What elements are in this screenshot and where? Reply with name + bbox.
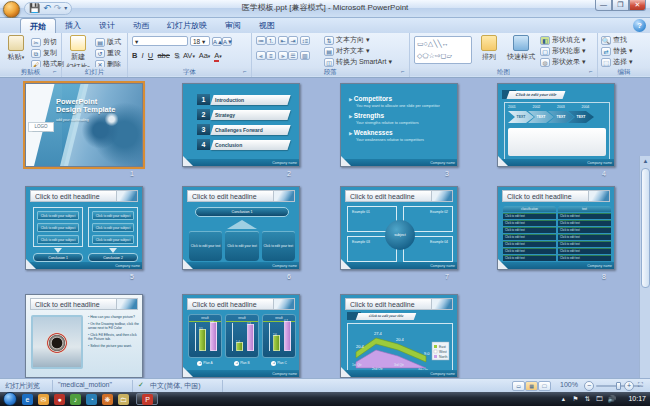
bullets-icon[interactable]: ≔ xyxy=(256,36,266,45)
font-name-combobox[interactable]: ▾ xyxy=(132,36,188,46)
normal-view-icon[interactable]: ▭ xyxy=(512,381,525,391)
active-window-taskbar-button[interactable]: P xyxy=(136,393,158,405)
maximize-button[interactable]: ❐ xyxy=(612,0,629,11)
tab-slideshow[interactable]: 幻灯片放映 xyxy=(158,18,216,33)
slide-4[interactable]: Click to edit your title 20012002 200320… xyxy=(497,83,615,167)
clipboard-dialog-launcher-icon[interactable]: ⌐ xyxy=(53,68,60,75)
columns-icon[interactable]: ▥ xyxy=(300,51,310,60)
paste-button[interactable]: 粘贴▾ xyxy=(1,35,31,62)
grow-font-icon[interactable]: A▲ xyxy=(212,37,222,46)
layout-button[interactable]: ▤ 版式 xyxy=(95,37,121,47)
zoom-slider[interactable] xyxy=(596,385,642,387)
tray-update-icon[interactable]: 🗔 xyxy=(595,394,604,404)
new-slide-icon xyxy=(70,35,86,51)
cut-icon: ✂ xyxy=(31,38,41,47)
numbering-icon[interactable]: ⒈ xyxy=(266,36,276,45)
strikethrough-button[interactable]: abe xyxy=(157,51,170,60)
shadow-button[interactable]: S xyxy=(174,51,179,60)
slide-11[interactable]: Click to edit headline Click to edit you… xyxy=(340,294,458,378)
slide-3[interactable]: Competitors You may want to allocate one… xyxy=(340,83,458,167)
slide-9[interactable]: Click to edit headline How can you chang… xyxy=(25,294,143,378)
tab-review[interactable]: 审阅 xyxy=(216,18,250,33)
bold-button[interactable]: B xyxy=(132,51,137,60)
shape-effects-button[interactable]: ◍ 形状效果 ▾ xyxy=(540,57,585,67)
decrease-indent-icon[interactable]: ⇤ xyxy=(278,36,288,45)
folder-icon[interactable]: 🗀 xyxy=(118,394,129,405)
svg-text:West: West xyxy=(439,350,447,354)
shapes-gallery[interactable]: ▭○△╲╲↔◇⬠☆⇨◻▱ xyxy=(414,36,472,64)
zoom-in-icon[interactable]: + xyxy=(624,381,634,391)
browser-icon[interactable]: ● xyxy=(54,394,65,405)
justify-icon[interactable]: ☰ xyxy=(288,51,298,60)
tab-view[interactable]: 视图 xyxy=(250,18,284,33)
internet-explorer-icon[interactable]: e xyxy=(22,394,33,405)
copy-button[interactable]: ⧉ 复制 xyxy=(31,48,57,58)
slide-10[interactable]: Click to edit headline result 3.5 4.6 re… xyxy=(182,294,300,378)
tray-volume-icon[interactable]: 🔊 xyxy=(607,394,616,404)
svg-text:20.4: 20.4 xyxy=(396,337,405,342)
align-left-icon[interactable]: ⫷ xyxy=(256,51,266,60)
quick-styles-button[interactable]: 快速样式 xyxy=(504,35,538,62)
slide-1[interactable]: PowerPoint Design Template add your subh… xyxy=(25,83,143,167)
shrink-font-icon[interactable]: A▼ xyxy=(222,37,232,46)
headline-thumbnail xyxy=(431,190,453,202)
align-text-button[interactable]: ▤ 对齐文本 ▾ xyxy=(324,46,369,56)
find-button[interactable]: 🔍 查找 xyxy=(601,35,627,45)
font-dialog-launcher-icon[interactable]: ⌐ xyxy=(243,68,250,75)
select-button[interactable]: ⬚ 选择 ▾ xyxy=(601,57,632,67)
scrollbar-thumb[interactable] xyxy=(641,168,650,288)
view-mode-label: 幻灯片浏览 xyxy=(5,381,40,391)
smartart-button[interactable]: ◫ 转换为 SmartArt ▾ xyxy=(324,57,392,67)
slideshow-view-icon[interactable]: 🖵 xyxy=(538,381,551,391)
tab-home[interactable]: 开始 xyxy=(20,18,56,33)
zoom-percentage[interactable]: 100% xyxy=(560,381,578,388)
cut-button[interactable]: ✂ 剪切 xyxy=(31,37,57,47)
slide-sorter-view-icon[interactable]: ▦ xyxy=(525,381,538,391)
slide-7[interactable]: Click to edit headline Example 01 Exampl… xyxy=(340,186,458,270)
align-center-icon[interactable]: ≡ xyxy=(266,51,276,60)
zoom-slider-thumb[interactable] xyxy=(616,382,621,390)
arrange-button[interactable]: 排列 xyxy=(476,35,502,62)
italic-button[interactable]: I xyxy=(142,51,144,60)
underline-button[interactable]: U xyxy=(148,51,153,60)
slide-6[interactable]: Click to edit headline Conclusion 1 Clic… xyxy=(182,186,300,270)
chat-icon[interactable]: ❋ xyxy=(102,394,113,405)
tray-flag-icon[interactable]: ⚑ xyxy=(571,394,580,404)
align-right-icon[interactable]: ⫸ xyxy=(278,51,288,60)
start-button-icon[interactable] xyxy=(3,392,17,406)
close-button[interactable]: ✕ xyxy=(629,0,646,11)
spellcheck-icon[interactable]: ✓ xyxy=(138,381,144,389)
help-icon[interactable]: ? xyxy=(633,19,646,32)
media-icon[interactable]: ♪ xyxy=(70,394,81,405)
slide-8[interactable]: Click to edit headline classificationtex… xyxy=(497,186,615,270)
paragraph-dialog-launcher-icon[interactable]: ⌐ xyxy=(401,68,408,75)
quick-styles-icon xyxy=(513,35,529,51)
minimize-button[interactable]: — xyxy=(595,0,612,11)
tab-insert[interactable]: 插入 xyxy=(56,18,90,33)
scroll-up-icon[interactable]: ▲ xyxy=(640,156,650,167)
tray-up-arrow-icon[interactable]: ▴ xyxy=(559,394,568,404)
char-spacing-button[interactable]: AV xyxy=(183,51,192,60)
shape-fill-button[interactable]: ◧ 形状填充 ▾ xyxy=(540,35,585,45)
tab-design[interactable]: 设计 xyxy=(90,18,124,33)
slide-2[interactable]: 1Introduction 2Strategy 3Challenges Forw… xyxy=(182,83,300,167)
fit-to-window-icon[interactable]: ⛶ xyxy=(638,381,643,389)
text-direction-button[interactable]: ⇅ 文本方向 ▾ xyxy=(324,35,369,45)
tab-animation[interactable]: 动画 xyxy=(124,18,158,33)
font-size-combobox[interactable]: 18 ▾ xyxy=(190,36,210,46)
taskbar-clock: 10:17 xyxy=(628,395,646,402)
zoom-out-icon[interactable]: − xyxy=(584,381,594,391)
replace-button[interactable]: ⇄ 替换 ▾ xyxy=(601,46,632,56)
change-case-button[interactable]: Aa xyxy=(199,51,208,60)
tray-network-icon[interactable]: ⇅ xyxy=(583,394,592,404)
line-spacing-icon[interactable]: ↕≡ xyxy=(300,36,310,45)
reset-button[interactable]: ↺ 重设 xyxy=(95,48,121,58)
slide-5[interactable]: Click to edit headline Click to edit you… xyxy=(25,186,143,270)
mail-icon[interactable]: ✉ xyxy=(38,394,49,405)
increase-indent-icon[interactable]: ⇥ xyxy=(288,36,298,45)
drawing-dialog-launcher-icon[interactable]: ⌐ xyxy=(589,68,596,75)
vertical-scrollbar[interactable]: ▲ ▼ xyxy=(639,156,650,378)
language-label[interactable]: 中文(简体, 中国) xyxy=(150,381,201,391)
clock-app-icon[interactable]: ◔ xyxy=(86,394,97,405)
shape-outline-button[interactable]: ▢ 形状轮廓 ▾ xyxy=(540,46,585,56)
